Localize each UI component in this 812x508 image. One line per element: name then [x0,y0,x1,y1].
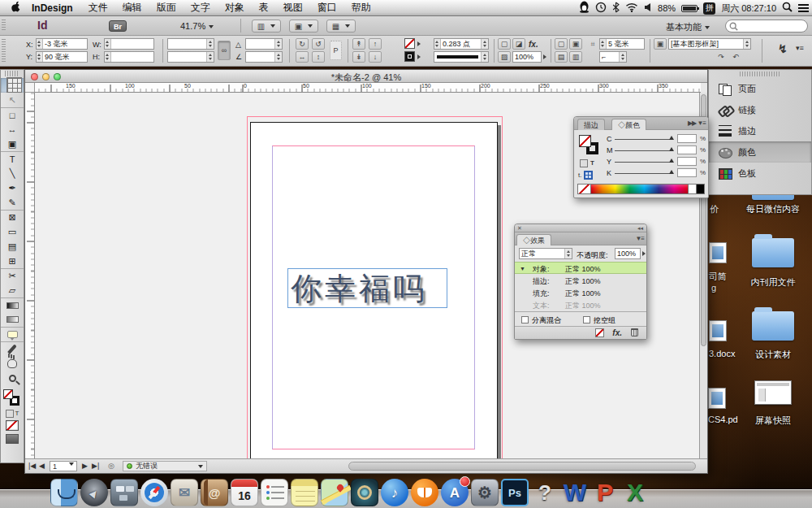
opacity-dropdown[interactable] [543,54,546,59]
dock-finder[interactable] [50,479,78,506]
effects-tab[interactable]: ◇效果 [516,234,551,245]
x-position-field[interactable]: -3 毫米 [36,38,88,50]
gradient-feather-tool[interactable] [1,312,24,327]
fill-stroke-proxy[interactable] [1,388,24,409]
wrap-object-shape-button[interactable]: ▤ [555,51,568,63]
select-container-button[interactable]: ↟ [352,38,365,50]
channel-value-field[interactable] [677,134,697,143]
dock-safari[interactable] [140,479,168,506]
horizontal-ruler[interactable]: 15010050050100150200250300350 [35,83,701,93]
rotate-ccw-button[interactable]: ↺ [312,38,325,50]
dock-word[interactable]: W [561,479,589,506]
vertical-ruler[interactable] [25,93,35,460]
white-swatch[interactable] [688,185,696,193]
screen-mode-menu-button[interactable]: ▣ [289,20,318,33]
rectangle-tool[interactable]: ▭ [1,224,24,239]
menu-item[interactable]: 文字 [184,1,218,15]
channel-slider-track[interactable] [615,139,672,140]
panel-tab[interactable]: 描边 [577,119,605,130]
blend-mode-dropdown[interactable]: 正常 [519,248,572,259]
page-list-dropdown[interactable] [69,462,74,466]
ruler-origin-box[interactable] [25,83,35,93]
zoom-level-dropdown[interactable]: 41.7% [180,21,214,31]
dock-excel[interactable]: X [621,479,649,506]
dock-app-store[interactable]: A [441,479,469,506]
object-style-dropdown[interactable]: [基本图形框架] [668,38,751,50]
panel-dock-item[interactable]: 页面 [709,78,811,99]
drop-shadow-button[interactable]: ◪ [512,38,525,50]
desktop-document-icon[interactable] [709,320,727,341]
scissors-tool[interactable]: ✂ [1,268,24,283]
effects-target-row[interactable]: 填充: 正常 100% [515,287,646,299]
menu-app-name[interactable]: InDesign [27,2,81,14]
menu-item[interactable]: 版面 [149,1,184,15]
channel-slider-thumb[interactable] [669,158,674,163]
frame-tool[interactable]: ⊠ [1,210,24,224]
delete-effect-button[interactable] [631,328,638,336]
knockout-group-checkbox[interactable]: 挖空组 [583,315,615,326]
effects-menu-button[interactable]: fx. [529,40,538,49]
pen-tool[interactable]: ✒ [1,180,24,195]
cmyk-ramp[interactable] [591,185,688,193]
channel-slider-thumb[interactable] [669,170,674,174]
menu-item[interactable]: 表 [252,1,276,15]
desktop-document-icon[interactable] [709,242,727,263]
input-method-badge[interactable]: 拼 [703,2,715,15]
select-previous-object-button[interactable]: ↑ [369,38,382,50]
apple-menu-icon[interactable] [0,1,27,15]
panel-dock-item[interactable]: 链接 [709,99,811,120]
formatting-affects-text-button[interactable]: T [15,410,19,418]
corner-radius-field[interactable]: 5 毫米 [599,38,645,50]
y-position-field[interactable]: 90 毫米 [36,51,88,63]
spotlight-icon[interactable] [782,2,793,15]
menu-item[interactable]: 文件 [81,1,115,15]
menu-item[interactable]: 编辑 [115,1,149,15]
panel-tab[interactable]: ◇颜色 [611,119,646,130]
constrain-proportions-link[interactable]: ∞ [218,41,231,60]
pencil-tool[interactable]: ✎ [1,195,24,210]
dock-mail[interactable]: ✉ [171,479,198,506]
free-transform-tool[interactable]: ▱ [1,283,24,297]
dock-iphoto[interactable] [351,479,378,506]
panel-dock-grip[interactable] [740,72,780,76]
menu-item[interactable]: 对象 [218,1,252,15]
clear-effects-button[interactable] [595,328,604,337]
effects-target-row[interactable]: 描边: 正常 100% [515,275,646,287]
flip-horizontal-button[interactable]: ↔ [296,51,309,63]
gap-tool[interactable]: ↔ [1,122,24,137]
channel-value-field[interactable] [677,145,697,154]
color-spectrum-ramp[interactable] [577,184,705,194]
effects-opacity-dropdown[interactable] [642,251,646,256]
stroke-color-dropdown[interactable] [417,41,421,46]
scale-y-field[interactable] [167,51,214,63]
panel-dock-item[interactable]: 描边 [709,120,811,141]
fill-color-dropdown[interactable] [417,54,421,59]
page-tool[interactable]: □ [1,107,24,122]
menu-item[interactable]: 帮助 [344,1,378,15]
dock-ibooks[interactable] [411,479,438,506]
dock-maps[interactable] [321,479,348,506]
battery-icon[interactable] [681,5,698,12]
panel-dock-item[interactable]: 色板 [709,163,811,184]
search-field[interactable] [725,20,808,33]
note-tool[interactable] [1,327,24,341]
desktop-file-label[interactable]: 司简 [709,271,727,283]
stroke-style-dropdown[interactable] [434,51,489,63]
reference-point-proxy[interactable] [6,77,22,93]
view-options-button[interactable]: ▥ [252,20,281,33]
control-panel-menu[interactable]: ▾≡ [796,44,804,52]
volume-icon[interactable] [644,2,652,15]
break-link-style-button[interactable]: ↶ [729,51,742,63]
hand-tool[interactable] [1,356,24,371]
effects-target-row[interactable]: 文本: 正常 100% [515,299,646,311]
frame-text[interactable]: 你幸福吗 [291,270,427,307]
appbar-grip[interactable] [2,20,6,32]
text-frame[interactable]: 你幸福吗 [287,268,447,308]
channel-value-field[interactable] [677,157,697,166]
preflight-dropdown[interactable] [198,465,203,468]
quick-apply-icon[interactable]: ↯ [778,42,788,55]
bridge-button[interactable]: Br [109,20,127,32]
wrap-none-button[interactable]: ▢ [555,38,568,50]
eyedropper-tool[interactable] [1,341,24,356]
window-titlebar[interactable]: *未命名-2 @ 41% [25,70,707,83]
